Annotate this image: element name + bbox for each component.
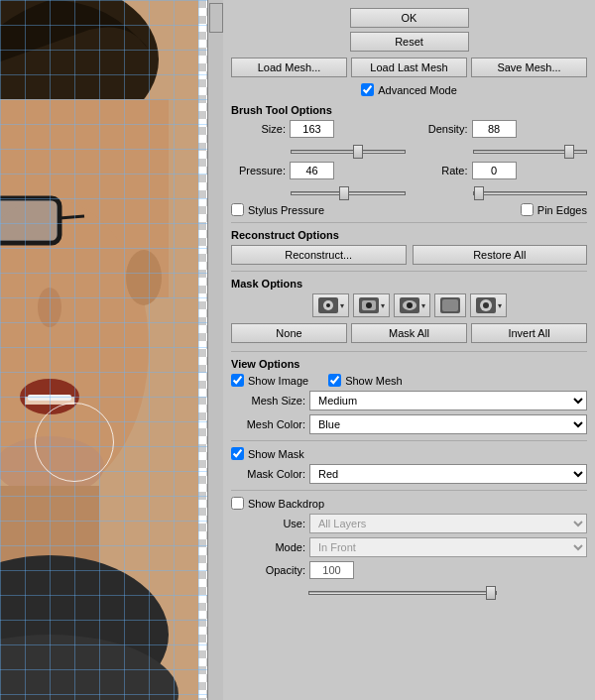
mesh-size-dropdown[interactable]: Small Medium Large [309,391,587,410]
rate-slider[interactable] [473,191,588,195]
canvas-area [0,0,223,700]
none-button[interactable]: None [231,323,347,343]
mask-section: Mask Options ▾ [231,278,587,343]
load-mesh-button[interactable]: Load Mesh... [231,58,347,77]
show-image-label: Show Image [248,375,308,387]
mask-dropdown-arrow-3: ▾ [421,301,425,310]
reconstruct-label: Reconstruct Options [231,229,587,241]
pressure-option: Pressure: [231,162,406,179]
view-label: View Options [231,358,587,370]
view-checkboxes: Show Image Show Mesh [231,374,587,387]
grid-overlay [0,0,207,700]
mesh-size-row: Mesh Size: Small Medium Large [231,391,587,410]
show-mask-label: Show Mask [248,448,304,460]
invert-all-button[interactable]: Invert All [471,323,587,343]
mask-icon-btn-5[interactable]: ▾ [470,293,507,317]
show-backdrop-row: Show Backdrop [231,497,587,510]
rate-input[interactable] [472,162,517,179]
show-mask-row: Show Mask [231,447,587,460]
pressure-input[interactable] [290,162,334,179]
use-dropdown[interactable]: All Layers Current Layer [309,514,587,533]
opacity-label: Opacity: [231,564,305,576]
density-option: Density: [414,120,588,138]
use-label: Use: [231,518,305,529]
mask-color-label: Mask Color: [231,468,305,480]
right-panel: OK Reset Load Mesh... Load Last Mesh Sav… [223,0,595,700]
density-slider[interactable] [473,150,588,154]
advanced-mode-checkbox[interactable] [361,83,374,96]
sliders-row2 [231,185,587,197]
stylus-pressure-checkbox[interactable] [231,203,244,216]
mode-label: Mode: [231,541,305,553]
mask-icon-btn-2[interactable]: ▾ [353,293,390,317]
svg-point-24 [407,302,413,308]
pin-edges-checkbox[interactable] [521,203,534,216]
pin-edges-row: Pin Edges [521,203,587,216]
use-row: Use: All Layers Current Layer [231,514,587,533]
load-last-mesh-button[interactable]: Load Last Mesh [351,58,467,77]
rate-option: Rate: [414,162,588,179]
show-mesh-checkbox[interactable] [328,374,341,387]
reconstruct-buttons: Reconstruct... Restore All [231,245,587,265]
size-input[interactable] [290,120,334,138]
canvas-inner [0,0,207,700]
svg-rect-26 [442,299,458,311]
mask-icon-2 [358,296,380,314]
mesh-buttons-row: Load Mesh... Load Last Mesh Save Mesh... [231,58,587,77]
reset-button[interactable]: Reset [350,32,469,52]
brush-circle-indicator [35,403,114,482]
ok-button[interactable]: OK [350,8,469,28]
reconstruct-button[interactable]: Reconstruct... [231,245,407,265]
svg-point-18 [326,303,330,307]
mask-color-dropdown[interactable]: Red Green Blue White Black [309,464,587,484]
mask-dropdown-arrow-2: ▾ [381,301,385,310]
sliders-row1 [231,144,587,156]
pressure-slider[interactable] [291,191,406,195]
opacity-slider[interactable] [308,591,497,595]
show-mesh-label: Show Mesh [345,375,402,387]
show-mask-checkbox[interactable] [231,447,244,460]
mask-icon-btn-1[interactable]: ▾ [312,293,349,317]
show-backdrop-checkbox[interactable] [231,497,244,510]
brush-tool-section: Brush Tool Options Size: Density: [231,104,587,216]
density-label: Density: [414,123,468,135]
restore-all-button[interactable]: Restore All [413,245,588,265]
rate-label: Rate: [414,165,468,176]
show-backdrop-label: Show Backdrop [248,498,324,510]
advanced-mode-label: Advanced Mode [378,84,457,96]
reconstruct-section: Reconstruct Options Reconstruct... Resto… [231,229,587,265]
svg-point-29 [483,302,489,308]
size-label: Size: [231,123,286,135]
mesh-color-label: Mesh Color: [231,418,305,430]
mesh-color-dropdown[interactable]: Red Green Blue White Black [309,414,587,434]
show-image-row: Show Image [231,374,308,387]
size-option: Size: [231,120,406,138]
stylus-pressure-row: Stylus Pressure [231,203,324,216]
density-input[interactable] [472,120,517,138]
top-buttons: OK Reset [231,8,587,52]
vertical-scrollbar[interactable] [207,0,223,700]
pressure-label: Pressure: [231,165,286,176]
save-mesh-button[interactable]: Save Mesh... [471,58,587,77]
brush-options-grid: Size: Density: [231,120,587,138]
mask-all-button[interactable]: Mask All [351,323,467,343]
mask-label: Mask Options [231,278,587,290]
mask-icon-btn-4[interactable] [434,293,466,317]
mask-action-row: None Mask All Invert All [231,323,587,343]
opacity-row: Opacity: [231,561,587,579]
mask-color-row: Mask Color: Red Green Blue White Black [231,464,587,484]
mode-dropdown[interactable]: Behind In Front Blend [309,537,587,557]
mask-icon-3 [399,296,420,314]
size-slider[interactable] [291,150,406,154]
svg-point-21 [366,302,372,308]
mesh-size-label: Mesh Size: [231,395,305,407]
show-image-checkbox[interactable] [231,374,244,387]
view-section: View Options Show Image Show Mesh Mesh S… [231,358,587,434]
show-backdrop-section: Show Backdrop Use: All Layers Current La… [231,497,587,597]
mesh-color-row: Mesh Color: Red Green Blue White Black [231,414,587,434]
opacity-input[interactable] [309,561,354,579]
main-container: OK Reset Load Mesh... Load Last Mesh Sav… [0,0,595,700]
mask-icon-btn-3[interactable]: ▾ [394,293,430,317]
mask-icon-4 [439,296,461,314]
scrollbar-thumb[interactable] [209,3,223,33]
